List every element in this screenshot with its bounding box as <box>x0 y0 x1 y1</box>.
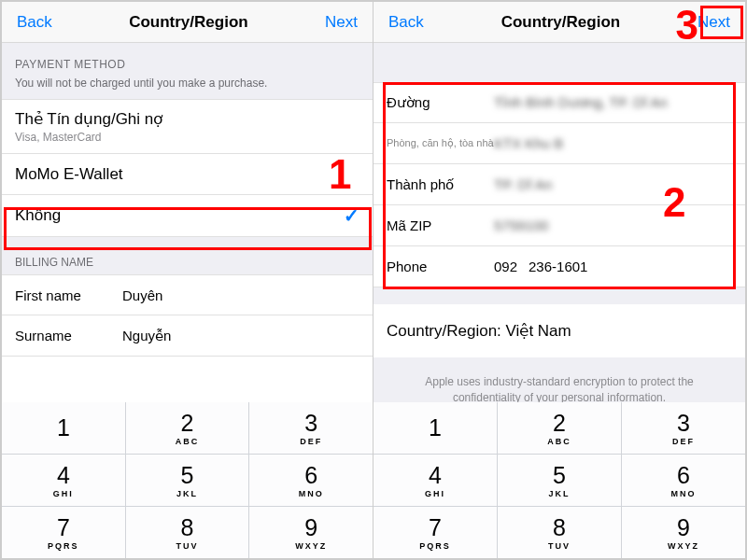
next-button[interactable]: Next <box>692 9 736 35</box>
key-7[interactable]: 7PQRS <box>2 507 125 558</box>
back-button[interactable]: Back <box>11 9 58 35</box>
field-label: Thành phố <box>387 176 494 193</box>
back-button[interactable]: Back <box>383 9 430 35</box>
field-label: First name <box>15 287 122 303</box>
screen-left: Back Country/Region Next PAYMENT METHOD … <box>2 2 374 558</box>
navbar: Back Country/Region Next <box>2 2 373 43</box>
key-6[interactable]: 6MNO <box>249 455 373 506</box>
key-2[interactable]: 2ABC <box>126 402 249 454</box>
key-4[interactable]: 4GHI <box>2 455 125 506</box>
checkmark-icon: ✓ <box>344 204 359 227</box>
field-label: Đường <box>387 94 494 111</box>
key-1[interactable]: 1 <box>2 402 125 454</box>
option-title: MoMo E-Wallet <box>15 165 359 184</box>
key-8[interactable]: 8TUV <box>498 507 621 558</box>
payment-subtext: You will not be charged until you make a… <box>2 77 373 99</box>
option-title: Thẻ Tín dụng/Ghi nợ <box>15 109 359 129</box>
phone-number[interactable]: 236-1601 <box>529 259 587 274</box>
city-row[interactable]: Thành phố TP. Dĩ An <box>374 164 745 205</box>
key-1[interactable]: 1 <box>374 402 497 454</box>
street-value[interactable]: Tỉnh Bình Dương, TP. Dĩ An <box>494 94 732 111</box>
surname-row[interactable]: Surname Nguyễn <box>2 315 373 357</box>
payment-header: PAYMENT METHOD <box>2 43 373 77</box>
phone-row[interactable]: Phone 092 236-1601 <box>374 246 745 287</box>
key-9[interactable]: 9WXYZ <box>249 507 373 558</box>
field-label: Mã ZIP <box>387 217 494 233</box>
first-name-row[interactable]: First name Duyên <box>2 274 373 315</box>
first-name-value[interactable]: Duyên <box>122 287 359 303</box>
country-region-row[interactable]: Country/Region: Việt Nam <box>374 304 745 357</box>
field-label: Phòng, căn hộ, tòa nhà <box>387 137 494 149</box>
unit-value[interactable]: KTX Khu B <box>494 135 732 151</box>
key-6[interactable]: 6MNO <box>622 455 745 506</box>
key-3[interactable]: 3DEF <box>249 402 373 454</box>
nav-title: Country/Region <box>501 13 621 32</box>
city-value[interactable]: TP. Dĩ An <box>494 176 732 192</box>
navbar: Back Country/Region Next <box>374 2 745 43</box>
key-5[interactable]: 5JKL <box>498 455 621 506</box>
surname-value[interactable]: Nguyễn <box>122 328 359 344</box>
key-7[interactable]: 7PQRS <box>374 507 497 558</box>
billing-header: BILLING NAME <box>2 237 373 274</box>
next-button[interactable]: Next <box>319 9 363 35</box>
numeric-keypad: 1 2ABC 3DEF 4GHI 5JKL 6MNO 7PQRS 8TUV 9W… <box>374 402 745 558</box>
field-label: Phone <box>387 259 494 274</box>
payment-option-momo[interactable]: MoMo E-Wallet <box>2 154 373 195</box>
nav-title: Country/Region <box>129 13 248 32</box>
field-label: Surname <box>15 328 122 343</box>
key-5[interactable]: 5JKL <box>126 455 249 506</box>
key-4[interactable]: 4GHI <box>374 455 497 506</box>
key-9[interactable]: 9WXYZ <box>622 507 745 558</box>
key-8[interactable]: 8TUV <box>126 507 249 558</box>
payment-option-credit[interactable]: Thẻ Tín dụng/Ghi nợ Visa, MasterCard <box>2 99 373 154</box>
unit-row[interactable]: Phòng, căn hộ, tòa nhà KTX Khu B <box>374 123 745 164</box>
zip-row[interactable]: Mã ZIP 5759100 <box>374 205 745 246</box>
numeric-keypad: 1 2ABC 3DEF 4GHI 5JKL 6MNO 7PQRS 8TUV 9W… <box>2 402 373 558</box>
option-sub: Visa, MasterCard <box>15 131 359 144</box>
phone-code[interactable]: 092 <box>494 259 517 274</box>
zip-value[interactable]: 5759100 <box>494 217 732 233</box>
key-2[interactable]: 2ABC <box>498 402 621 454</box>
option-title: Không <box>15 206 344 225</box>
key-3[interactable]: 3DEF <box>622 402 745 454</box>
street-row[interactable]: Đường Tỉnh Bình Dương, TP. Dĩ An <box>374 82 745 123</box>
payment-option-none[interactable]: Không ✓ <box>2 195 373 237</box>
screen-right: Back Country/Region Next Đường Tỉnh Bình… <box>374 2 745 558</box>
